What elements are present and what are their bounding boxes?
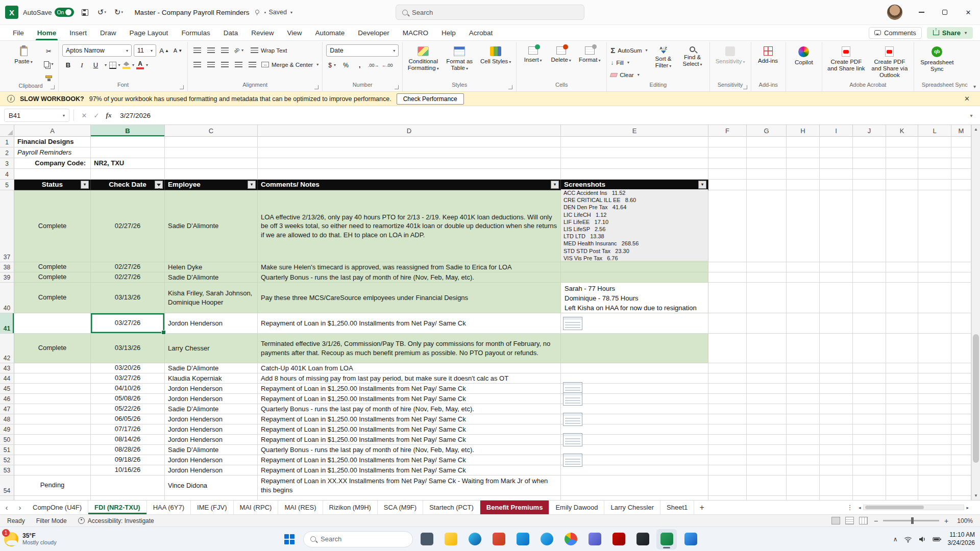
cell-k[interactable] (886, 158, 918, 169)
cell-notes-45[interactable]: Repayment of Loan in $1,250.00 Installme… (258, 384, 561, 394)
page-break-view-button[interactable] (859, 517, 868, 524)
cell-date-47[interactable]: 05/22/26 (91, 404, 165, 414)
zoom-in-button[interactable]: + (943, 517, 949, 525)
row-header-49[interactable]: 49 (0, 424, 14, 435)
cell-i[interactable] (820, 384, 853, 394)
comma-style-button[interactable]: , (354, 59, 365, 71)
scroll-right-arrow[interactable]: ▸ (964, 505, 971, 510)
cell-k[interactable] (886, 363, 918, 373)
sort-filter-button[interactable]: A↓Z Sort & Filter▾ (650, 44, 677, 69)
taskbar-word-icon[interactable] (680, 529, 701, 549)
cell-notes-49[interactable]: Repayment of Loan in $1,250.00 Installme… (258, 424, 561, 435)
cell-h[interactable] (787, 169, 820, 180)
page-layout-view-button[interactable] (845, 517, 854, 524)
cell-e[interactable] (561, 147, 708, 158)
cell-f[interactable] (708, 137, 747, 147)
taskbar-search[interactable]: Search (303, 531, 413, 547)
cell-i[interactable] (820, 313, 853, 334)
number-format-select[interactable]: Date▾ (326, 44, 399, 57)
column-header-l[interactable]: L (918, 125, 951, 137)
cell-m[interactable] (951, 363, 971, 373)
cell-h[interactable] (787, 424, 820, 435)
cell-j[interactable] (853, 496, 886, 500)
ribbon-tab-formulas[interactable]: Formulas (175, 25, 216, 40)
merge-center-button[interactable]: ↔Merge & Center▾ (261, 59, 318, 70)
cell-employee-48[interactable]: Jordon Henderson (165, 414, 258, 424)
row-header-3[interactable]: 3 (0, 158, 14, 169)
cell-b[interactable] (91, 496, 165, 500)
cell-e[interactable] (561, 496, 708, 500)
orientation-button[interactable]: ab▾ (233, 44, 244, 56)
scroll-down-arrow[interactable]: ▼ (972, 491, 980, 500)
cell-j[interactable] (853, 414, 886, 424)
cell-l[interactable] (918, 445, 951, 455)
cell-date-40[interactable]: 03/13/26 (91, 283, 165, 313)
cell-h[interactable] (787, 363, 820, 373)
cell-e[interactable] (561, 169, 708, 180)
cell-m[interactable] (951, 384, 971, 394)
cell-l[interactable] (918, 455, 951, 465)
cell-h[interactable] (787, 137, 820, 147)
align-right-button[interactable] (219, 59, 231, 70)
zoom-slider[interactable] (883, 520, 939, 521)
scroll-left-arrow[interactable]: ◂ (856, 505, 863, 510)
taskbar-acrobat-icon[interactable] (608, 529, 629, 549)
horizontal-scroll-track[interactable] (863, 505, 965, 510)
column-header-h[interactable]: H (787, 125, 820, 137)
excel-app-icon[interactable]: X (5, 6, 18, 19)
cell-screenshots-50[interactable] (561, 435, 708, 445)
cell-l[interactable] (918, 272, 951, 283)
styles-dialog-launcher[interactable] (508, 85, 512, 89)
font-name-select[interactable]: Aptos Narrow▾ (62, 44, 132, 57)
cell-j[interactable] (853, 272, 886, 283)
hidden-icons-chevron[interactable]: ∧ (893, 536, 898, 543)
cell-h[interactable] (787, 465, 820, 475)
screenshot-thumbnail[interactable] (563, 413, 582, 426)
increase-decimal-button[interactable]: .00→ (368, 59, 379, 71)
taskbar-teams-icon[interactable] (584, 529, 605, 549)
cell-f[interactable] (708, 424, 747, 435)
cell-g[interactable] (747, 465, 787, 475)
cell-m[interactable] (951, 283, 971, 313)
cell-k[interactable] (886, 272, 918, 283)
cell-employee-46[interactable]: Jordon Henderson (165, 394, 258, 404)
cell-date-50[interactable]: 08/14/26 (91, 435, 165, 445)
cell-notes-54[interactable]: Repayment of Loan in XX.XX Installments … (258, 475, 561, 496)
ribbon-tab-help[interactable]: Help (435, 25, 462, 40)
cell-f[interactable] (708, 465, 747, 475)
accessibility-status[interactable]: Accessibility: Investigate (78, 517, 154, 524)
cell-k[interactable] (886, 455, 918, 465)
cell-c[interactable] (165, 169, 258, 180)
cell-m[interactable] (951, 137, 971, 147)
font-color-button[interactable]: A▾ (136, 59, 148, 71)
cell-j[interactable] (853, 435, 886, 445)
cell-g[interactable] (747, 283, 787, 313)
cell-status-53[interactable] (14, 465, 91, 475)
create-pdf-share-outlook-button[interactable]: Create PDF and Share via Outlook (869, 44, 910, 79)
sheet-tab-sca-m9f[interactable]: SCA (M9F) (378, 500, 423, 514)
copy-button[interactable]: ▾ (43, 58, 55, 70)
sheet-tab-rizikon-m9h[interactable]: Rizikon (M9H) (323, 500, 378, 514)
alignment-dialog-launcher[interactable] (314, 85, 318, 89)
cell-date-44[interactable]: 03/27/26 (91, 373, 165, 384)
cell-k[interactable] (886, 445, 918, 455)
volume-icon[interactable] (918, 535, 926, 543)
cell-m[interactable] (951, 272, 971, 283)
sheet-tab-benefit-premiums[interactable]: Benefit Premiums (480, 500, 550, 514)
decrease-decimal-button[interactable]: ←.00 (381, 59, 393, 71)
cell-i[interactable] (820, 475, 853, 496)
ribbon-tab-macro[interactable]: MACRO (396, 25, 435, 40)
cell-h[interactable] (787, 313, 820, 334)
cell-l[interactable] (918, 147, 951, 158)
zoom-slider-thumb[interactable] (911, 517, 914, 524)
cell-status-38[interactable]: Complete (14, 262, 91, 272)
cell-l[interactable] (918, 394, 951, 404)
cell-d[interactable] (258, 158, 561, 169)
cell-l[interactable] (918, 384, 951, 394)
share-button[interactable]: Share ▾ (927, 27, 973, 39)
zoom-out-button[interactable]: − (873, 517, 879, 525)
cell-l[interactable] (918, 137, 951, 147)
cell-l[interactable] (918, 465, 951, 475)
row-header-37[interactable]: 37 (0, 190, 14, 262)
cell-m[interactable] (951, 262, 971, 272)
